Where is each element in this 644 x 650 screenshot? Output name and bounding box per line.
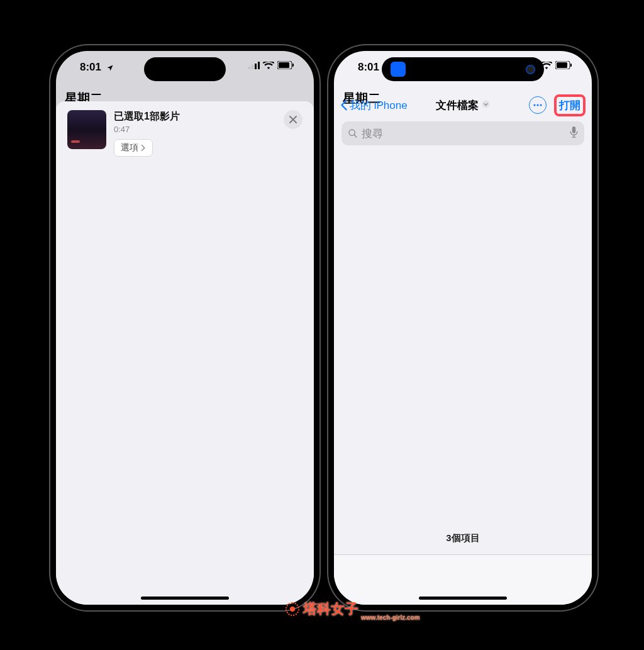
more-options-button[interactable] [529,96,547,114]
back-button[interactable]: 我的 iPhone [340,98,408,113]
wifi-icon [263,62,274,69]
back-label: 我的 iPhone [350,98,408,113]
options-button[interactable]: 選項 [114,139,153,157]
search-input[interactable]: 搜尋 [341,121,584,145]
svg-point-14 [482,100,489,108]
svg-rect-5 [279,62,289,68]
svg-point-15 [533,104,535,106]
battery-icon [277,61,294,69]
selected-media-thumbnail[interactable] [67,110,106,149]
search-placeholder: 搜尋 [362,126,383,141]
svg-rect-1 [252,65,253,69]
watermark: 塔科女子 www.tech-girlz.com [286,600,358,619]
svg-rect-3 [258,62,260,69]
svg-point-17 [540,104,541,106]
location-arrow-icon [106,62,114,75]
open-button[interactable]: 打開 [559,98,580,113]
sheet-title: 已選取1部影片 [114,110,276,123]
home-indicator[interactable] [141,597,229,600]
svg-rect-12 [557,62,567,68]
navigation-bar: 我的 iPhone 文件檔案 打開 [334,91,592,119]
svg-rect-0 [248,67,250,69]
svg-rect-2 [255,64,257,69]
status-time: 8:01 [80,61,101,74]
cellular-signal-icon [248,62,260,69]
close-icon [289,116,297,123]
dictate-icon[interactable] [570,126,578,141]
share-sheet: 已選取1部影片 0:47 選項 [56,101,314,605]
home-indicator[interactable] [419,597,507,600]
chevron-down-icon [482,99,491,111]
svg-point-16 [536,104,538,106]
media-duration: 0:47 [114,125,276,134]
ellipsis-icon [533,104,542,106]
options-label: 選項 [121,142,138,154]
dynamic-island [144,57,226,81]
folder-title[interactable]: 文件檔案 [436,98,491,113]
svg-rect-6 [292,64,294,67]
search-icon [348,128,358,138]
dynamic-island[interactable] [382,57,544,81]
annotation-highlight: 打開 [554,94,586,116]
battery-icon [555,61,572,69]
svg-rect-13 [570,64,572,67]
item-count-label: 3個項目 [334,532,592,544]
close-button[interactable] [284,110,303,129]
status-time: 8:01 [358,61,379,74]
svg-rect-19 [572,126,575,133]
